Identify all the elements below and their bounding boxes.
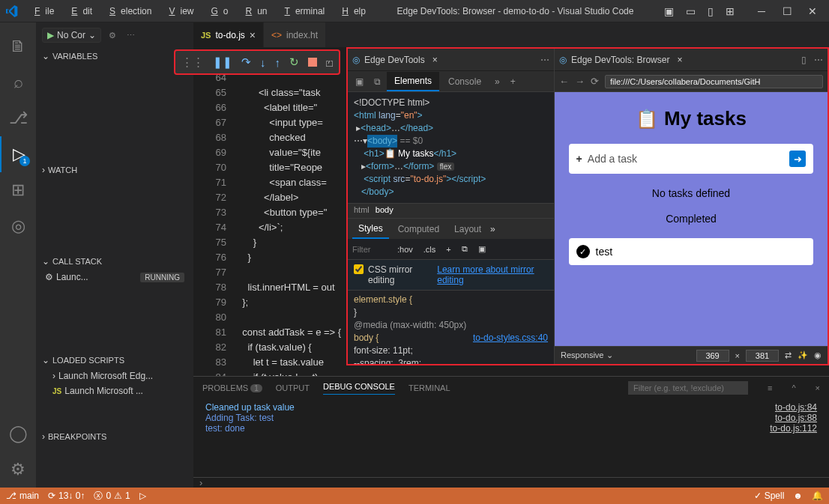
rotate-icon[interactable]: ⇄: [785, 350, 792, 360]
nav-fwd[interactable]: →: [575, 76, 585, 87]
grip-icon[interactable]: ⋮⋮: [180, 54, 205, 70]
tab-styles[interactable]: Styles: [352, 219, 389, 239]
problems-indicator[interactable]: ⓧ 0 ⚠ 1: [94, 490, 130, 503]
spell-indicator[interactable]: ✓ Spell: [754, 491, 785, 501]
source-link[interactable]: to-do.js:112: [770, 423, 817, 434]
cls-toggle[interactable]: .cls: [420, 243, 439, 255]
device-icon[interactable]: ⧉: [370, 73, 385, 90]
menu-file[interactable]: File: [24, 3, 59, 19]
menu-edit[interactable]: Edit: [61, 3, 97, 19]
activity-scm[interactable]: ⎇: [0, 100, 36, 136]
menu-help[interactable]: Help: [331, 3, 371, 19]
inspect-icon[interactable]: ▣: [351, 73, 368, 90]
window-minimize[interactable]: ─: [751, 2, 772, 20]
viewport-width[interactable]: [696, 350, 729, 362]
debug-status-icon[interactable]: ▷: [139, 491, 146, 501]
more-icon[interactable]: ⋯: [124, 29, 138, 42]
add-tab-icon[interactable]: +: [506, 73, 520, 90]
activity-extensions[interactable]: ⊞: [0, 172, 36, 208]
feedback-icon[interactable]: ☻: [793, 491, 803, 501]
more-icon[interactable]: ⋯: [540, 55, 549, 65]
viewport-height[interactable]: [746, 350, 779, 362]
tab-index-html[interactable]: <> index.ht: [264, 22, 326, 47]
close-icon[interactable]: ×: [816, 383, 820, 392]
layout-toggle-2[interactable]: ▭: [681, 2, 700, 20]
source-link[interactable]: to-do.js:84: [770, 402, 817, 413]
nav-back[interactable]: ←: [559, 76, 569, 87]
step-over-button[interactable]: ↷: [240, 54, 253, 70]
mirror-learn-link[interactable]: Learn more about mirror editing: [437, 264, 548, 285]
tab-computed[interactable]: Computed: [392, 220, 445, 238]
task-item[interactable]: ✓ test: [569, 238, 814, 265]
more-tabs-icon[interactable]: »: [490, 73, 504, 90]
activity-settings[interactable]: ⚙: [0, 452, 36, 488]
tab-todo-js[interactable]: JS to-do.js ×: [193, 22, 264, 47]
activity-account[interactable]: ◯: [0, 416, 36, 452]
step-out-button[interactable]: ↑: [274, 55, 283, 70]
responsive-selector[interactable]: Responsive ⌄: [561, 350, 613, 360]
flexbox-icon[interactable]: ⧉: [459, 243, 471, 255]
tab-layout[interactable]: Layout: [448, 220, 487, 238]
bell-icon[interactable]: 🔔: [812, 491, 823, 501]
step-into-button[interactable]: ↓: [259, 55, 268, 70]
horizontal-scroll[interactable]: ›: [193, 477, 829, 488]
pause-button[interactable]: ❚❚: [211, 54, 234, 70]
dom-tree[interactable]: <!DOCTYPE html> <html lang="en"> ▸<head>…: [348, 92, 554, 203]
activity-debug[interactable]: ▷1: [0, 136, 36, 172]
stop-button[interactable]: [307, 55, 319, 70]
activity-search[interactable]: ⌕: [0, 64, 36, 100]
more-icon[interactable]: »: [490, 224, 495, 234]
close-icon[interactable]: ×: [677, 55, 682, 65]
close-icon[interactable]: ×: [250, 29, 256, 41]
window-close[interactable]: ✕: [802, 2, 823, 20]
branch-indicator[interactable]: ⎇ main: [6, 491, 39, 501]
console-filter-input[interactable]: [628, 381, 748, 395]
layout-toggle-3[interactable]: ▯: [703, 2, 718, 20]
loaded-script-1[interactable]: › Launch Microsoft Edg...: [36, 368, 193, 383]
clear-icon[interactable]: ≡: [768, 383, 772, 392]
variables-header[interactable]: Variables: [36, 48, 193, 64]
magic-icon[interactable]: ✨: [798, 350, 808, 360]
loaded-script-2[interactable]: JS Launch Microsoft ...: [36, 383, 193, 398]
layout-toggle-1[interactable]: ▣: [660, 2, 678, 20]
tab-output[interactable]: OUTPUT: [276, 383, 310, 392]
check-icon[interactable]: ✓: [576, 245, 590, 258]
more-icon[interactable]: ⋯: [814, 55, 823, 65]
callstack-header[interactable]: Call Stack: [36, 253, 193, 270]
menu-view[interactable]: View: [158, 3, 199, 19]
restart-button[interactable]: ↻: [288, 54, 301, 70]
source-link[interactable]: to-do.js:88: [770, 413, 817, 423]
tab-debug-console[interactable]: DEBUG CONSOLE: [323, 382, 395, 395]
callstack-item[interactable]: ⚙ Launc... RUNNING: [36, 270, 193, 285]
watch-header[interactable]: Watch: [36, 162, 193, 178]
activity-explorer[interactable]: 🗎: [0, 28, 36, 64]
url-bar[interactable]: [605, 75, 823, 88]
new-rule-icon[interactable]: +: [443, 243, 453, 255]
mirror-checkbox[interactable]: [354, 264, 364, 274]
loaded-scripts-header[interactable]: Loaded Scripts: [36, 352, 193, 368]
layout-customize[interactable]: ⊞: [721, 2, 739, 20]
run-config-selector[interactable]: ▶ No Cor ⌄: [42, 28, 101, 43]
activity-edge[interactable]: ◎: [0, 208, 36, 244]
tab-elements[interactable]: Elements: [387, 72, 439, 91]
tab-console[interactable]: Console: [441, 73, 489, 91]
breakpoints-header[interactable]: Breakpoints: [36, 428, 193, 445]
menu-go[interactable]: Go: [200, 3, 233, 19]
menu-terminal[interactable]: Terminal: [274, 3, 331, 19]
tab-problems[interactable]: PROBLEMS1: [202, 383, 262, 392]
split-icon[interactable]: ▯: [801, 55, 807, 65]
expand-icon[interactable]: ^: [792, 383, 795, 392]
dom-breadcrumb[interactable]: html body: [348, 203, 554, 218]
close-icon[interactable]: ×: [432, 55, 438, 65]
styles-filter-input[interactable]: [352, 245, 390, 254]
window-maximize[interactable]: ☐: [777, 2, 798, 20]
menu-run[interactable]: Run: [235, 3, 273, 19]
menu-selection[interactable]: Selection: [99, 3, 157, 19]
add-task-input[interactable]: + Add a task ➜: [569, 144, 814, 174]
box-icon[interactable]: ▣: [475, 243, 489, 255]
disconnect-button[interactable]: ⏍: [325, 55, 334, 70]
submit-task-button[interactable]: ➜: [789, 151, 806, 167]
hov-toggle[interactable]: :hov: [394, 243, 416, 255]
nav-reload[interactable]: ⟳: [591, 76, 599, 87]
eye-icon[interactable]: ◉: [814, 350, 822, 360]
